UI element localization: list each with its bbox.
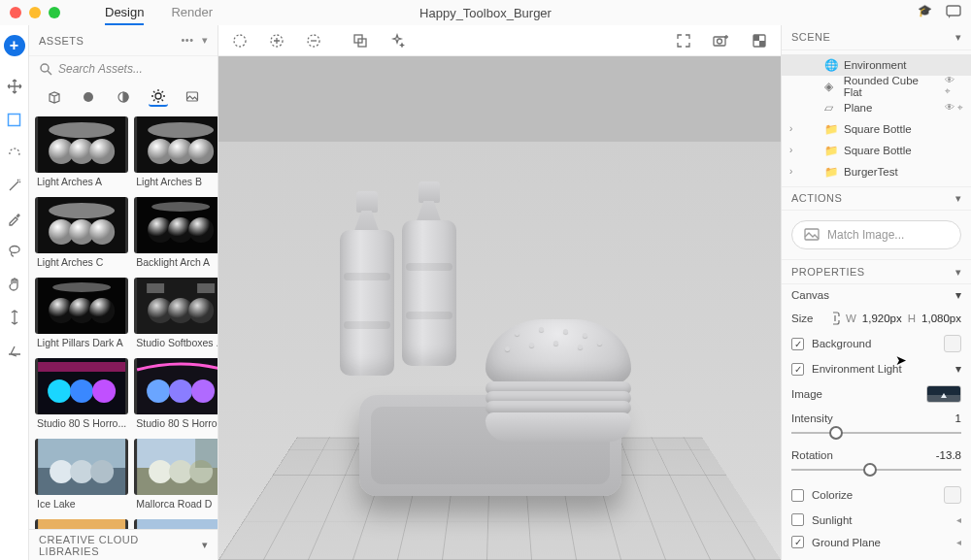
- anchor-icon[interactable]: [6, 309, 23, 326]
- camera-add-icon[interactable]: [713, 33, 730, 49]
- search-placeholder: Search Assets...: [58, 62, 143, 76]
- select-subtract-icon[interactable]: [306, 33, 321, 49]
- asset-card[interactable]: Light Arches C: [35, 197, 128, 272]
- maximize-window-icon[interactable]: [49, 7, 60, 18]
- mode-tabs: Design Render: [105, 1, 213, 25]
- asset-card[interactable]: Studio 80 S Horro...: [35, 358, 128, 433]
- filter-sphere-icon[interactable]: [79, 87, 98, 107]
- tab-render[interactable]: Render: [171, 1, 213, 25]
- sparkle-icon[interactable]: [389, 33, 405, 49]
- redo-dashed-icon[interactable]: [6, 144, 23, 161]
- image-icon: [804, 228, 820, 242]
- transform-icon[interactable]: [352, 33, 368, 49]
- add-button[interactable]: +: [4, 35, 25, 56]
- height-value[interactable]: 1,080px: [921, 313, 961, 324]
- viewport-toolbar: [218, 25, 781, 56]
- cc-libraries-header[interactable]: CREATIVE CLOUD LIBRARIES▾: [29, 529, 218, 560]
- svg-point-9: [49, 122, 115, 138]
- ground-plane-checkbox[interactable]: [791, 536, 804, 548]
- svg-point-17: [188, 139, 214, 164]
- scene-item-label: Environment: [844, 59, 907, 71]
- scene-item[interactable]: ◈Rounded Cube Flat👁 ⌖: [782, 76, 971, 97]
- asset-card[interactable]: Backlight Arch A: [134, 197, 218, 272]
- scene-item[interactable]: ›📁Square Bottle: [782, 140, 971, 161]
- asset-label: Ice Lake: [35, 495, 128, 513]
- select-add-icon[interactable]: [269, 33, 285, 49]
- learn-icon[interactable]: 🎓: [918, 4, 932, 22]
- link-icon[interactable]: [830, 312, 840, 325]
- fullscreen-icon[interactable]: [676, 33, 691, 49]
- move-icon[interactable]: [6, 78, 23, 95]
- sunlight-checkbox[interactable]: [791, 513, 804, 526]
- svg-rect-58: [195, 439, 218, 468]
- svg-rect-1: [9, 114, 20, 125]
- asset-card[interactable]: Topanga Forest B: [134, 519, 218, 529]
- asset-label: Studio 80 S Horro...: [134, 414, 218, 433]
- eyedropper-icon[interactable]: [6, 210, 23, 227]
- asset-label: Light Arches B: [134, 173, 218, 191]
- scene-item[interactable]: 🌐Environment: [782, 54, 971, 76]
- asset-card[interactable]: Light Arches A: [35, 116, 128, 191]
- filter-image-icon[interactable]: [183, 87, 202, 107]
- chevron-down-icon[interactable]: ▾: [955, 192, 962, 205]
- canvas-3d[interactable]: [218, 56, 781, 560]
- close-window-icon[interactable]: [10, 7, 21, 18]
- rotation-slider[interactable]: [791, 463, 961, 477]
- rect-icon[interactable]: [6, 111, 23, 128]
- svg-point-32: [52, 282, 111, 292]
- chat-icon[interactable]: [946, 4, 961, 22]
- tab-design[interactable]: Design: [105, 1, 144, 25]
- asset-card[interactable]: Light Pillars Dark A: [35, 278, 128, 352]
- width-value[interactable]: 1,920px: [862, 313, 902, 324]
- cube-icon: ◈: [824, 80, 838, 93]
- filter-package-icon[interactable]: [45, 87, 64, 107]
- scene-item[interactable]: ›📁BurgerTest: [782, 161, 971, 182]
- env-image-thumb[interactable]: [926, 385, 961, 403]
- asset-card[interactable]: Studio 80 S Horro...: [134, 358, 218, 433]
- background-swatch[interactable]: [944, 335, 961, 352]
- env-light-row[interactable]: Environment Light ▾: [791, 362, 961, 376]
- minimize-window-icon[interactable]: [29, 7, 41, 18]
- background-checkbox[interactable]: [791, 338, 804, 350]
- svg-point-14: [148, 122, 214, 138]
- globe-icon: 🌐: [824, 58, 838, 72]
- chevron-down-icon[interactable]: ▾: [955, 31, 962, 44]
- hand-icon[interactable]: [6, 276, 23, 293]
- axis-icon[interactable]: [6, 342, 23, 359]
- select-circle-icon[interactable]: [232, 33, 248, 49]
- svg-point-41: [70, 379, 93, 403]
- properties-header: PROPERTIES▾: [782, 259, 971, 284]
- svg-rect-74: [714, 37, 725, 46]
- intensity-slider[interactable]: [791, 426, 961, 440]
- colorize-swatch[interactable]: [944, 486, 961, 504]
- chevron-down-icon[interactable]: ▾: [955, 266, 962, 279]
- env-light-checkbox[interactable]: [791, 363, 804, 376]
- asset-card[interactable]: Ice Lake: [35, 439, 128, 513]
- asset-label: Studio 80 S Horro...: [35, 414, 128, 433]
- svg-rect-65: [137, 519, 218, 529]
- asset-card[interactable]: Studio Softboxes ...: [134, 278, 218, 352]
- assets-more-icon[interactable]: •••: [181, 34, 193, 47]
- match-image-button[interactable]: Match Image...: [791, 220, 961, 249]
- scene-item[interactable]: ›📁Square Bottle: [782, 118, 971, 140]
- sunlight-row[interactable]: Sunlight ◂: [791, 513, 961, 526]
- assets-collapse-icon[interactable]: ▾: [202, 34, 209, 47]
- asset-card[interactable]: Sunrise Campsite: [35, 519, 128, 529]
- ground-plane-row[interactable]: Ground Plane ◂: [791, 536, 961, 548]
- render-preview-icon[interactable]: [752, 33, 767, 49]
- colorize-checkbox[interactable]: [791, 489, 804, 502]
- canvas-dropdown[interactable]: Canvas▾: [791, 288, 961, 302]
- scene-item-label: Plane: [844, 102, 872, 114]
- lasso-icon[interactable]: [6, 243, 23, 260]
- asset-card[interactable]: Light Arches B: [134, 116, 218, 191]
- svg-point-2: [10, 247, 19, 253]
- scene-item[interactable]: ▱Plane👁 ⌖: [782, 97, 971, 118]
- svg-rect-78: [759, 41, 765, 47]
- wand-icon[interactable]: [6, 177, 23, 194]
- assets-search[interactable]: Search Assets...: [39, 62, 208, 76]
- asset-card[interactable]: Mallorca Road D: [134, 439, 218, 513]
- filter-contrast-icon[interactable]: [114, 87, 133, 107]
- svg-point-47: [191, 379, 215, 403]
- filter-sun-icon[interactable]: [149, 87, 168, 107]
- scene-item-label: Square Bottle: [844, 145, 912, 156]
